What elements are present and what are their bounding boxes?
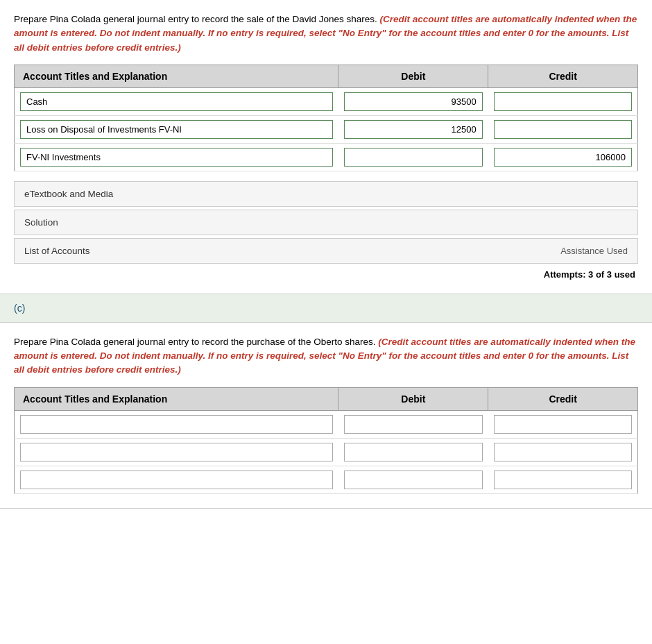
col-account-header-c: Account Titles and Explanation bbox=[15, 387, 338, 410]
part-c-credit-input-0[interactable] bbox=[494, 415, 632, 434]
col-account-header: Account Titles and Explanation bbox=[15, 65, 338, 87]
part-b-debit-input-0[interactable] bbox=[344, 92, 483, 111]
part-c-instruction-plain: Prepare Pina Colada general journal entr… bbox=[14, 337, 376, 347]
part-c-journal-table: Account Titles and Explanation Debit Cre… bbox=[14, 387, 638, 494]
table-row bbox=[15, 115, 638, 143]
etextbook-button[interactable]: eTextbook and Media bbox=[14, 181, 638, 207]
part-c-section: Prepare Pina Colada general journal entr… bbox=[0, 323, 652, 509]
part-b-credit-input-2[interactable] bbox=[494, 148, 632, 167]
part-c-instruction: Prepare Pina Colada general journal entr… bbox=[14, 335, 638, 378]
col-debit-header: Debit bbox=[338, 65, 488, 87]
part-b-journal-table: Account Titles and Explanation Debit Cre… bbox=[14, 65, 638, 171]
part-b-credit-input-0[interactable] bbox=[494, 92, 632, 111]
col-credit-header: Credit bbox=[488, 65, 638, 87]
table-row bbox=[15, 438, 638, 466]
col-credit-header-c: Credit bbox=[488, 387, 638, 410]
list-of-accounts-label: List of Accounts bbox=[24, 246, 90, 256]
part-c-label: (c) bbox=[0, 294, 652, 323]
part-c-debit-input-2[interactable] bbox=[344, 471, 483, 489]
col-debit-header-c: Debit bbox=[338, 387, 488, 410]
part-b-credit-input-1[interactable] bbox=[494, 120, 632, 139]
list-of-accounts-row[interactable]: List of Accounts Assistance Used bbox=[14, 238, 638, 264]
part-c-credit-input-1[interactable] bbox=[494, 443, 632, 461]
part-b-account-input-0[interactable] bbox=[20, 92, 333, 111]
table-row bbox=[15, 410, 638, 438]
part-b-instruction-plain: Prepare Pina Colada general journal entr… bbox=[14, 14, 377, 24]
table-row bbox=[15, 466, 638, 493]
part-b-section: Prepare Pina Colada general journal entr… bbox=[0, 0, 652, 294]
part-c-debit-input-1[interactable] bbox=[344, 443, 483, 461]
part-c-label-text: (c) bbox=[14, 303, 25, 314]
assistance-used-label: Assistance Used bbox=[560, 246, 628, 256]
part-b-tools: eTextbook and Media Solution List of Acc… bbox=[14, 178, 638, 264]
part-b-debit-input-1[interactable] bbox=[344, 120, 483, 139]
part-b-account-input-2[interactable] bbox=[20, 148, 333, 167]
table-row bbox=[15, 87, 638, 115]
part-b-instruction: Prepare Pina Colada general journal entr… bbox=[14, 12, 638, 55]
table-row bbox=[15, 143, 638, 171]
part-c-account-input-2[interactable] bbox=[20, 471, 333, 489]
part-c-debit-input-0[interactable] bbox=[344, 415, 483, 434]
part-b-account-input-1[interactable] bbox=[20, 120, 333, 139]
attempts-text: Attempts: 3 of 3 used bbox=[14, 269, 638, 280]
part-c-account-input-0[interactable] bbox=[20, 415, 333, 434]
solution-button[interactable]: Solution bbox=[14, 210, 638, 235]
part-c-account-input-1[interactable] bbox=[20, 443, 333, 461]
part-c-credit-input-2[interactable] bbox=[494, 471, 632, 489]
part-b-debit-input-2[interactable] bbox=[344, 148, 483, 167]
